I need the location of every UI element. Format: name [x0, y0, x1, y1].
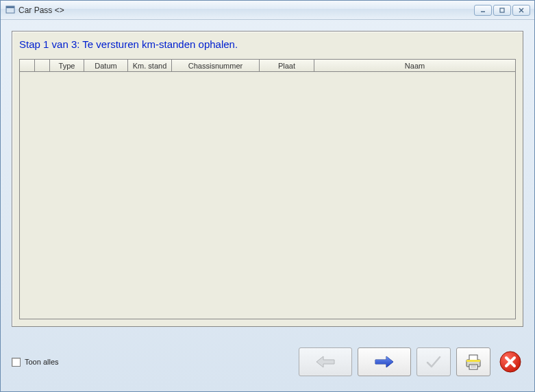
minimize-button[interactable] [474, 5, 492, 16]
column-header[interactable] [20, 60, 35, 71]
svg-rect-3 [500, 8, 504, 12]
show-all-label: Toon alles [25, 358, 59, 366]
table-body [20, 72, 515, 319]
window-controls [474, 5, 530, 16]
svg-rect-1 [6, 6, 14, 8]
check-icon [425, 354, 443, 369]
content-panel: Stap 1 van 3: Te versturen km-standen op… [12, 31, 523, 327]
window-title: Car Pass <> [18, 5, 474, 15]
show-all-checkbox[interactable]: Toon alles [12, 358, 59, 367]
app-icon [5, 5, 16, 16]
column-header[interactable]: Type [50, 60, 84, 71]
column-header[interactable]: Plaat [260, 60, 314, 71]
column-header[interactable]: Km. stand [128, 60, 172, 71]
column-header[interactable]: Datum [84, 60, 128, 71]
column-header[interactable]: Chassisnummer [172, 60, 260, 71]
svg-rect-8 [469, 365, 477, 369]
checkbox-box-icon [12, 358, 21, 367]
column-header[interactable]: Naam [314, 60, 515, 71]
table-header-row: TypeDatumKm. standChassisnummerPlaatNaam [20, 60, 515, 72]
printer-icon [463, 353, 484, 371]
close-button[interactable] [512, 5, 530, 16]
cancel-button[interactable] [497, 349, 523, 375]
previous-button[interactable] [299, 347, 352, 376]
data-table: TypeDatumKm. standChassisnummerPlaatNaam [19, 59, 516, 319]
step-heading: Stap 1 van 3: Te versturen km-standen op… [12, 32, 523, 56]
confirm-button[interactable] [416, 347, 451, 376]
cancel-icon [499, 350, 522, 373]
titlebar: Car Pass <> [1, 1, 534, 20]
svg-rect-9 [466, 360, 480, 362]
column-header[interactable] [35, 60, 50, 71]
print-button[interactable] [456, 347, 490, 376]
footer-bar: Toon alles [12, 343, 523, 380]
svg-rect-7 [469, 355, 477, 360]
arrow-left-icon [314, 354, 337, 369]
arrow-right-icon [373, 354, 396, 369]
app-window: Car Pass <> Stap 1 van 3: Te versturen k… [0, 0, 535, 392]
next-button[interactable] [358, 347, 411, 376]
maximize-button[interactable] [493, 5, 511, 16]
